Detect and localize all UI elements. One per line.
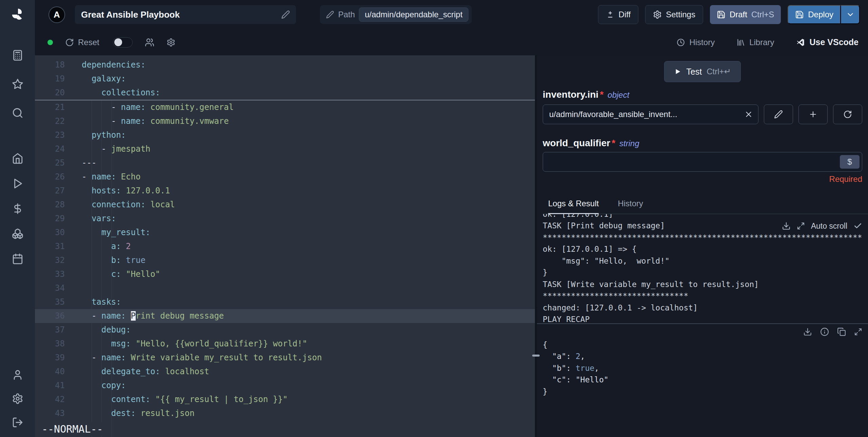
script-title-field[interactable]: Great Ansible Playbook	[75, 5, 296, 24]
code-line[interactable]: 37 debug:	[35, 323, 535, 337]
search-icon[interactable]	[12, 107, 23, 119]
field-label-world-qualifier: world_qualifier* string	[543, 138, 862, 149]
path-box[interactable]: Path u/admin/dependable_script	[320, 5, 472, 24]
reload-resource-button[interactable]	[833, 104, 862, 124]
calculator-icon[interactable]	[12, 50, 23, 61]
download-logs-icon[interactable]	[782, 222, 791, 230]
line-number: 34	[35, 281, 65, 295]
inventory-input-row	[543, 104, 862, 124]
variables-dollar-icon[interactable]	[12, 203, 23, 214]
line-number: 29	[35, 212, 65, 226]
code-line[interactable]: 29 vars:	[35, 212, 535, 226]
reset-button[interactable]: Reset	[65, 38, 99, 47]
result-toolbar	[543, 327, 862, 336]
edit-resource-button[interactable]	[764, 104, 793, 124]
expand-result-icon[interactable]	[854, 328, 862, 336]
code-line[interactable]: 43 dest: result.json	[35, 406, 535, 420]
code-line[interactable]: 32 b: true	[35, 253, 535, 267]
line-number: 37	[35, 323, 65, 337]
star-icon[interactable]	[12, 78, 23, 90]
code-line[interactable]: 35 tasks:	[35, 295, 535, 309]
test-button[interactable]: Test Ctrl+↵	[664, 61, 740, 82]
code-line[interactable]: 25---	[35, 156, 535, 170]
tab-history[interactable]: History	[618, 199, 643, 214]
download-result-icon[interactable]	[803, 327, 812, 336]
code-line[interactable]: 36 - name: Print debug message	[35, 309, 535, 323]
info-icon[interactable]	[820, 327, 829, 336]
logs-result-divider[interactable]	[537, 323, 868, 324]
schedules-calendar-icon[interactable]	[12, 253, 23, 265]
diff-icon	[606, 10, 615, 19]
code-line[interactable]: 34	[35, 281, 535, 295]
code-line[interactable]: 24 - jmespath	[35, 142, 535, 156]
runs-play-icon[interactable]	[12, 178, 23, 189]
autoscroll-checkbox[interactable]	[853, 222, 862, 230]
gear-icon	[653, 10, 662, 19]
deploy-dropdown-button[interactable]	[841, 5, 860, 24]
result-line: "a": 2,	[543, 350, 862, 362]
code-line[interactable]: 28 connection: local	[35, 198, 535, 212]
copy-result-icon[interactable]	[837, 327, 846, 336]
code-line[interactable]: 38 msg: "Hello, {{world_qualifier}} worl…	[35, 337, 535, 351]
code-line[interactable]: 26- name: Echo	[35, 170, 535, 184]
world-qualifier-input[interactable]	[543, 152, 862, 172]
editor-settings-button[interactable]	[167, 38, 175, 47]
collaborators-button[interactable]	[145, 38, 154, 47]
edit-path-pencil-icon[interactable]	[326, 11, 334, 19]
diff-button[interactable]: Diff	[598, 5, 639, 24]
inventory-input[interactable]	[543, 104, 758, 124]
code-line[interactable]: 33 c: "Hello"	[35, 267, 535, 281]
code-line[interactable]: 44	[35, 420, 535, 434]
code-editor[interactable]: 18dependencies:19 galaxy:20 collections:…	[35, 55, 535, 437]
line-number: 24	[35, 142, 65, 156]
log-line: *******************************	[543, 290, 862, 302]
line-number: 20	[35, 86, 65, 100]
workspace-avatar[interactable]: A	[49, 6, 65, 23]
code-line[interactable]: 30 my_result:	[35, 226, 535, 240]
resources-boxes-icon[interactable]	[12, 228, 23, 240]
log-line: ok: [127.0.0.1] => {	[543, 243, 862, 255]
code-line[interactable]: 41 copy:	[35, 379, 535, 393]
panel-splitter[interactable]	[535, 55, 537, 437]
variable-picker-button[interactable]: $	[840, 155, 860, 169]
edit-title-pencil-icon[interactable]	[281, 10, 290, 19]
clear-x-icon[interactable]	[744, 110, 753, 119]
windmill-logo-icon[interactable]	[11, 7, 24, 21]
path-value[interactable]: u/admin/dependable_script	[359, 7, 468, 22]
top-bar: A Great Ansible Playbook Path u/admin/de…	[35, 0, 868, 29]
home-icon[interactable]	[12, 153, 23, 164]
add-resource-button[interactable]	[798, 104, 828, 124]
code-line[interactable]: 42 content: "{{ my_result | to_json }}"	[35, 393, 535, 406]
settings-button[interactable]: Settings	[645, 5, 703, 24]
vim-mode-indicator: --NORMAL--	[40, 422, 107, 436]
library-button[interactable]: Library	[736, 38, 774, 47]
use-vscode-button[interactable]: Use VScode	[796, 37, 859, 47]
history-button[interactable]: History	[676, 38, 715, 47]
result-tabs: Logs & Result History	[543, 199, 868, 214]
code-line[interactable]: 18dependencies:	[35, 58, 535, 72]
line-number: 31	[35, 240, 65, 253]
code-line[interactable]: 19 galaxy:	[35, 72, 535, 86]
expand-logs-icon[interactable]	[797, 222, 805, 230]
sidebar-top-group	[12, 50, 23, 119]
line-number: 42	[35, 393, 65, 406]
code-line[interactable]: 20 collections:	[35, 86, 535, 100]
autoscroll-label: Auto scroll	[811, 222, 847, 231]
line-number: 43	[35, 406, 65, 420]
code-line[interactable]: 39 - name: Write variable my_result to r…	[35, 351, 535, 365]
logout-icon[interactable]	[12, 417, 23, 428]
account-user-icon[interactable]	[12, 369, 23, 381]
deploy-button[interactable]: Deploy	[788, 5, 841, 24]
draft-button[interactable]: Draft Ctrl+S	[710, 5, 781, 24]
settings-gear-icon[interactable]	[12, 393, 23, 404]
mode-toggle[interactable]	[113, 37, 133, 48]
code-line[interactable]: 23 python:	[35, 128, 535, 142]
code-line[interactable]: 21 - name: community.general	[35, 100, 535, 114]
code-line[interactable]: 22 - name: community.vmware	[35, 114, 535, 128]
log-line: TASK [Write variable my_result to result…	[543, 279, 862, 290]
line-number: 38	[35, 337, 65, 351]
tab-logs-result[interactable]: Logs & Result	[548, 199, 599, 214]
code-line[interactable]: 27 hosts: 127.0.0.1	[35, 184, 535, 198]
code-line[interactable]: 40 delegate_to: localhost	[35, 365, 535, 379]
code-line[interactable]: 31 a: 2	[35, 240, 535, 253]
